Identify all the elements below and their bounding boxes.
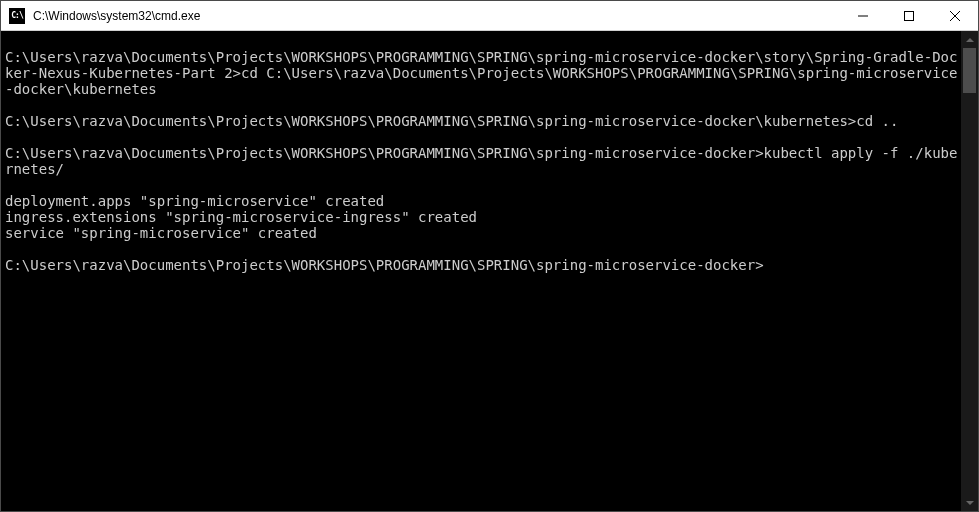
- maximize-icon: [904, 11, 914, 21]
- cmd-icon: C:\: [9, 8, 25, 24]
- scroll-down-button[interactable]: [961, 494, 978, 511]
- scroll-up-button[interactable]: [961, 31, 978, 48]
- terminal-area[interactable]: C:\Users\razva\Documents\Projects\WORKSH…: [1, 31, 978, 511]
- chevron-down-icon: [966, 501, 974, 505]
- minimize-button[interactable]: [840, 1, 886, 30]
- close-button[interactable]: [932, 1, 978, 30]
- window-title: C:\Windows\system32\cmd.exe: [31, 9, 840, 23]
- svg-rect-0: [905, 11, 914, 20]
- close-icon: [950, 11, 960, 21]
- terminal-output[interactable]: C:\Users\razva\Documents\Projects\WORKSH…: [1, 31, 961, 511]
- window-controls: [840, 1, 978, 30]
- chevron-up-icon: [966, 38, 974, 42]
- titlebar[interactable]: C:\ C:\Windows\system32\cmd.exe: [1, 1, 978, 31]
- minimize-icon: [858, 11, 868, 21]
- maximize-button[interactable]: [886, 1, 932, 30]
- cmd-window: C:\ C:\Windows\system32\cmd.exe C:\Users…: [0, 0, 979, 512]
- vertical-scrollbar[interactable]: [961, 31, 978, 511]
- scrollbar-thumb[interactable]: [963, 48, 976, 93]
